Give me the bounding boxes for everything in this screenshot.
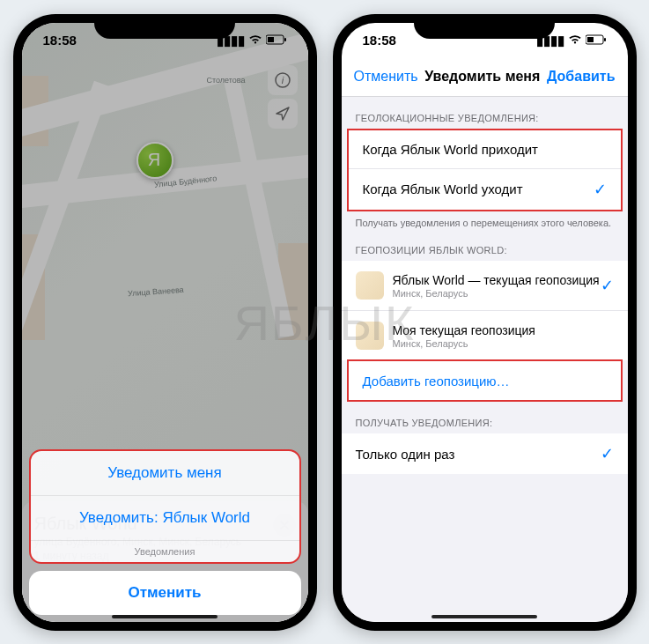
location-title: Яблык World — текущая геопозиция	[393, 273, 600, 288]
action-sheet-options: Уведомить меня Уведомить: Яблык World Ув…	[29, 449, 301, 564]
notch	[94, 14, 235, 39]
add-location-label: Добавить геопозицию…	[363, 374, 510, 389]
location-title: Моя текущая геопозиция	[393, 323, 535, 338]
nav-add-button[interactable]: Добавить	[547, 69, 616, 85]
option-leaves-label: Когда Яблык World уходит	[363, 181, 523, 196]
option-arrives-label: Когда Яблык World приходит	[363, 142, 538, 157]
svg-rect-7	[587, 37, 594, 42]
home-indicator[interactable]	[431, 615, 537, 618]
section-footer-geonotif: Получать уведомления о перемещениях этог…	[342, 211, 628, 230]
notify-when-group: Когда Яблык World приходит Когда Яблык W…	[347, 129, 623, 211]
navbar: Отменить Уведомить меня Добавить	[342, 58, 628, 97]
phone-right: 18:58 ▮▮▮▮ Отменить Уведомить меня Добав…	[333, 14, 637, 631]
checkmark-icon: ✓	[601, 276, 614, 295]
nav-cancel-button[interactable]: Отменить	[354, 69, 418, 85]
svg-rect-2	[284, 38, 286, 41]
locations-group: Яблык World — текущая геопозиция Минск, …	[342, 261, 628, 360]
section-header-frequency: ПОЛУЧАТЬ УВЕДОМЛЕНИЯ:	[342, 402, 628, 433]
option-arrives[interactable]: Когда Яблык World приходит	[349, 130, 621, 169]
add-location-button[interactable]: Добавить геопозицию…	[349, 361, 621, 400]
location-thumb-icon	[356, 322, 384, 350]
option-leaves[interactable]: Когда Яблык World уходит ✓	[349, 169, 621, 210]
section-header-geonotif: ГЕОЛОКАЦИОННЫЕ УВЕДОМЛЕНИЯ:	[342, 97, 628, 129]
screen-left: 18:58 ▮▮▮▮ Столетова Улица Будённого Ули…	[22, 23, 308, 622]
location-thumb-icon	[356, 271, 384, 300]
cancel-button[interactable]: Отменить	[29, 571, 301, 615]
location-my-current[interactable]: Моя текущая геопозиция Минск, Беларусь	[342, 311, 628, 360]
status-time: 18:58	[43, 33, 77, 48]
notch	[414, 14, 555, 39]
location-subtitle: Минск, Беларусь	[393, 338, 535, 349]
checkmark-icon: ✓	[601, 444, 614, 463]
notify-me-option[interactable]: Уведомить меня	[31, 451, 299, 496]
frequency-group: Только один раз ✓	[342, 433, 628, 474]
option-once-label: Только один раз	[356, 447, 455, 462]
battery-icon	[586, 33, 607, 48]
svg-rect-8	[604, 38, 606, 41]
screen-right: 18:58 ▮▮▮▮ Отменить Уведомить меня Добав…	[342, 23, 628, 622]
location-subtitle: Минск, Беларусь	[393, 288, 600, 299]
action-sheet: Уведомить меня Уведомить: Яблык World Ув…	[29, 449, 301, 615]
add-location-group: Добавить геопозицию…	[347, 359, 623, 402]
settings-list[interactable]: ГЕОЛОКАЦИОННЫЕ УВЕДОМЛЕНИЯ: Когда Яблык …	[342, 97, 628, 622]
status-time: 18:58	[363, 33, 396, 48]
home-indicator[interactable]	[112, 615, 218, 618]
wifi-icon	[248, 33, 262, 48]
notify-friend-option[interactable]: Уведомить: Яблык World	[31, 496, 299, 541]
checkmark-icon: ✓	[594, 180, 607, 199]
sheet-hint: Уведомления	[31, 541, 299, 562]
option-once[interactable]: Только один раз ✓	[342, 433, 628, 474]
section-header-locations: ГЕОПОЗИЦИИ ЯБЛЫК WORLD:	[342, 229, 628, 261]
location-friend-current[interactable]: Яблык World — текущая геопозиция Минск, …	[342, 261, 628, 311]
wifi-icon	[568, 33, 582, 48]
svg-rect-1	[268, 37, 274, 42]
phone-left: 18:58 ▮▮▮▮ Столетова Улица Будённого Ули…	[13, 14, 317, 631]
battery-icon	[266, 33, 287, 48]
nav-title: Уведомить меня	[424, 69, 540, 85]
